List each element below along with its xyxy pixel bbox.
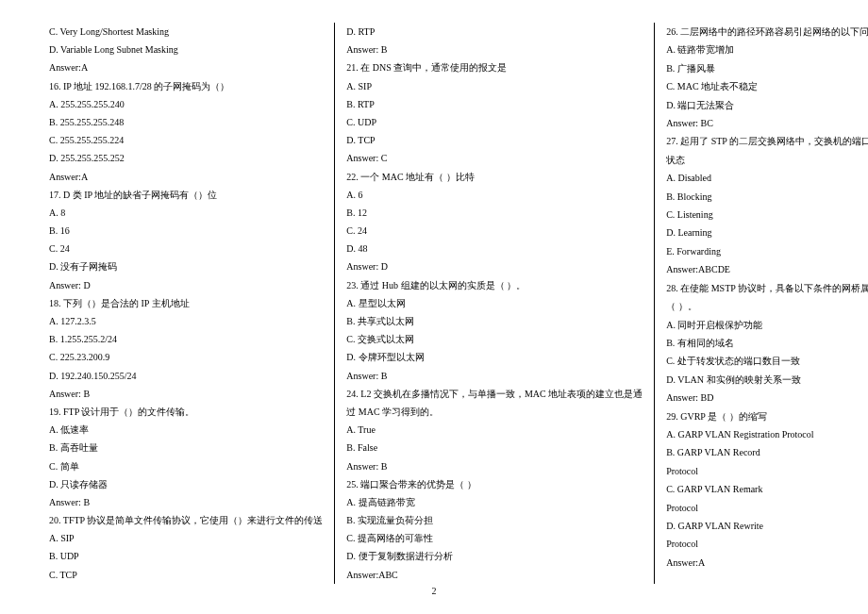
text-line: （ ）。 (666, 297, 868, 315)
text-line: Answer: D (346, 257, 643, 275)
text-line: Answer:A (49, 168, 323, 186)
document-page: C. Very Long/Shortest MaskingD. Variable… (0, 0, 868, 614)
text-line: A. 提高链路带宽 (346, 493, 643, 511)
text-line: Answer:ABCDE (666, 260, 868, 278)
text-line: D. Variable Long Subnet Masking (49, 41, 323, 58)
text-line: C. Listening (666, 206, 868, 224)
text-line: 21. 在 DNS 查询中，通常使用的报文是 (346, 58, 643, 76)
text-line: 17. D 类 IP 地址的缺省子网掩码有（）位 (49, 186, 323, 204)
text-line: 状态 (666, 151, 868, 169)
text-line: 23. 通过 Hub 组建的以太网的实质是（ ）。 (346, 276, 643, 294)
text-line: C. 处于转发状态的端口数目一致 (666, 352, 868, 370)
text-line: A. 8 (49, 204, 323, 222)
column-2: D. RTPAnswer: B21. 在 DNS 查询中，通常使用的报文是A. … (335, 23, 655, 584)
text-line: A. 低速率 (49, 421, 323, 439)
text-line: 27. 起用了 STP 的二层交换网络中，交换机的端口可能会经历下面哪些 (666, 132, 868, 150)
text-line: B. GARP VLAN Record (666, 443, 868, 461)
text-line: C. MAC 地址表不稳定 (666, 77, 868, 95)
text-line: Answer: B (346, 367, 643, 385)
text-line: C. UDP (346, 113, 643, 131)
text-line: D. 便于复制数据进行分析 (346, 547, 643, 565)
text-line: C. 交换式以太网 (346, 330, 643, 348)
text-line: B. 高吞吐量 (49, 439, 323, 456)
text-line: A. True (346, 421, 643, 439)
column-3: 26. 二层网络中的路径环路容易引起网络的以下问题（ ）。A. 链路带宽增加B.… (655, 23, 868, 584)
text-line: 22. 一个 MAC 地址有（ ）比特 (346, 168, 643, 186)
text-line: A. 255.255.255.240 (49, 95, 323, 113)
text-line: A. 星型以太网 (346, 294, 643, 312)
text-line: E. Forwarding (666, 242, 868, 260)
text-line: B. RTP (346, 95, 643, 113)
text-line: Answer: BC (666, 114, 868, 132)
text-line: B. UDP (49, 547, 323, 565)
text-line: Answer: B (49, 385, 323, 403)
text-line: Answer: D (49, 276, 323, 294)
text-line: Protocol (666, 499, 868, 517)
text-line: D. 255.255.255.252 (49, 149, 323, 167)
text-line: 19. FTP 设计用于（）的文件传输。 (49, 403, 323, 421)
text-line: Answer: BD (666, 389, 868, 407)
text-line: 28. 在使能 MSTP 协议时，具备以下条件的网桥属于同一个 MSTP 域 (666, 279, 868, 297)
text-line: A. SIP (346, 77, 643, 95)
text-line: B. 1.255.255.2/24 (49, 330, 323, 348)
text-line: B. 实现流量负荷分担 (346, 511, 643, 529)
text-line: Protocol (666, 535, 868, 553)
text-line: B. 共享式以太网 (346, 312, 643, 330)
text-line: D. RTP (346, 23, 643, 41)
text-line: A. 6 (346, 186, 643, 204)
text-line: B. 12 (346, 204, 643, 222)
text-line: D. GARP VLAN Rewrite (666, 517, 868, 535)
text-line: D. VLAN 和实例的映射关系一致 (666, 371, 868, 389)
text-line: A. 链路带宽增加 (666, 41, 868, 58)
text-line: C. 简单 (49, 457, 323, 475)
text-line: Answer:A (49, 58, 323, 76)
text-line: D. TCP (346, 131, 643, 149)
text-line: B. False (346, 439, 643, 456)
text-line: D. 没有子网掩码 (49, 257, 323, 275)
text-line: C. 255.255.255.224 (49, 131, 323, 149)
text-line: C. Very Long/Shortest Masking (49, 23, 323, 41)
text-line: B. 16 (49, 222, 323, 240)
text-line: 29. GVRP 是（ ）的缩写 (666, 407, 868, 425)
text-line: D. 只读存储器 (49, 475, 323, 493)
text-line: D. Learning (666, 224, 868, 241)
text-line: B. 广播风暴 (666, 59, 868, 77)
page-number: 2 (38, 586, 830, 596)
text-line: 26. 二层网络中的路径环路容易引起网络的以下问题（ ）。 (666, 23, 868, 41)
text-line: A. 127.2.3.5 (49, 312, 323, 330)
text-line: A. GARP VLAN Registration Protocol (666, 425, 868, 443)
text-line: 20. TFTP 协议是简单文件传输协议，它使用（）来进行文件的传送 (49, 511, 323, 529)
text-line: Protocol (666, 462, 868, 480)
text-line: Answer:A (666, 554, 868, 572)
text-line: C. 225.23.200.9 (49, 348, 323, 366)
text-line: Answer: B (49, 493, 323, 511)
text-line: 24. L2 交换机在多播情况下，与单播一致，MAC 地址表项的建立也是通 (346, 385, 643, 403)
columns-container: C. Very Long/Shortest MaskingD. Variable… (38, 23, 830, 584)
text-line: D. 48 (346, 240, 643, 257)
text-line: 16. IP 地址 192.168.1.7/28 的子网掩码为（） (49, 77, 323, 95)
text-line: Answer: B (346, 457, 643, 475)
text-line: C. GARP VLAN Remark (666, 480, 868, 498)
text-line: B. 有相同的域名 (666, 334, 868, 352)
text-line: C. 24 (346, 222, 643, 240)
text-line: 25. 端口聚合带来的优势是（ ） (346, 475, 643, 493)
text-line: D. 192.240.150.255/24 (49, 367, 323, 385)
text-line: D. 令牌环型以太网 (346, 348, 643, 366)
text-line: A. Disabled (666, 169, 868, 187)
text-line: Answer: C (346, 149, 643, 167)
text-line: 过 MAC 学习得到的。 (346, 403, 643, 421)
text-line: Answer:ABC (346, 566, 643, 584)
text-line: C. TCP (49, 566, 323, 584)
text-line: C. 24 (49, 240, 323, 257)
text-line: Answer: B (346, 41, 643, 58)
text-line: C. 提高网络的可靠性 (346, 529, 643, 547)
text-line: 18. 下列（）是合法的 IP 主机地址 (49, 294, 323, 312)
text-line: B. Blocking (666, 188, 868, 206)
text-line: A. SIP (49, 529, 323, 547)
text-line: D. 端口无法聚合 (666, 96, 868, 114)
column-1: C. Very Long/Shortest MaskingD. Variable… (38, 23, 335, 584)
text-line: A. 同时开启根保护功能 (666, 316, 868, 334)
text-line: B. 255.255.255.248 (49, 113, 323, 131)
